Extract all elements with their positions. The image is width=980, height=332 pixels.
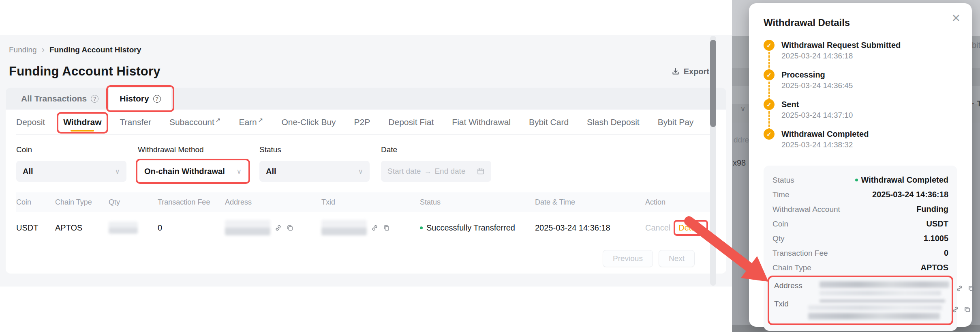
external-link-icon: ↗ <box>216 116 221 124</box>
link-icon[interactable] <box>371 224 379 232</box>
copy-icon[interactable] <box>286 224 294 232</box>
subtab-subaccount[interactable]: Subaccount ↗ <box>169 110 221 134</box>
timeline-step-label: Withdrawal Completed <box>781 129 957 139</box>
col-status: Status <box>420 198 535 207</box>
tab-history[interactable]: History ? <box>109 88 171 110</box>
subtab-bybit-pay[interactable]: Bybit Pay <box>658 110 694 134</box>
detail-row-time: Time 2025-03-24 14:36:18 <box>772 190 948 199</box>
history-panel: All Transactions ? History ? Deposit Wit… <box>6 88 726 274</box>
cell-address <box>225 220 321 235</box>
copy-icon[interactable] <box>383 224 390 232</box>
detail-row-transaction-fee: Transaction Fee 0 <box>772 248 948 258</box>
subtab-p2p[interactable]: P2P <box>354 110 370 134</box>
subtab-slash-deposit[interactable]: Slash Deposit <box>587 110 640 134</box>
date-range-picker[interactable]: Start date → End date <box>381 161 491 182</box>
status-text: Successfully Transferred <box>426 223 515 233</box>
detail-value: 2025-03-24 14:36:18 <box>872 190 948 199</box>
breadcrumb: Funding › Funding Account History <box>0 35 732 54</box>
timeline-step-completed: ✓ Withdrawal Completed 2025-03-24 14:38:… <box>764 129 957 158</box>
subtab-earn[interactable]: Earn ↗ <box>239 110 263 134</box>
cell-action: Cancel Details <box>633 222 716 234</box>
timeline-step-label: Withdrawal Request Submitted <box>781 40 957 50</box>
subtab-label: Transfer <box>120 117 151 127</box>
backdrop-fragment-right-top: bit u <box>972 41 980 50</box>
subtab-label: P2P <box>354 117 370 127</box>
detail-label: Coin <box>772 220 788 229</box>
breadcrumb-parent[interactable]: Funding <box>9 45 37 54</box>
withdrawal-timeline: ✓ Withdrawal Request Submitted 2025-03-2… <box>764 40 957 158</box>
subtab-fiat-withdrawal[interactable]: Fiat Withdrawal <box>452 110 511 134</box>
subtab-label: Bybit Card <box>529 117 569 127</box>
chevron-down-icon: ∨ <box>115 167 120 176</box>
withdrawal-method-filter-label: Withdrawal Method <box>138 145 248 154</box>
detail-row-status: Status Withdrawal Completed <box>772 175 948 185</box>
subtab-deposit-fiat[interactable]: Deposit Fiat <box>388 110 434 134</box>
subtab-label: Fiat Withdrawal <box>452 117 511 127</box>
timeline-step-time: 2025-03-24 14:36:45 <box>781 81 957 90</box>
status-select[interactable]: All ∨ <box>259 161 370 182</box>
subtab-label: Deposit <box>16 117 45 127</box>
check-circle-icon: ✓ <box>764 99 775 110</box>
cell-coin: USDT <box>16 223 55 233</box>
details-action[interactable]: Details <box>676 222 706 234</box>
subtab-withdraw[interactable]: Withdraw <box>63 110 101 134</box>
status-dot-icon <box>420 226 423 229</box>
address-redacted <box>816 281 949 295</box>
next-button[interactable]: Next <box>659 250 695 267</box>
coin-filter-label: Coin <box>16 145 126 154</box>
col-qty: Qty <box>109 198 158 207</box>
chevron-down-icon: ∨ <box>358 167 363 176</box>
cell-transaction-fee: 0 <box>158 223 225 233</box>
col-address: Address <box>225 198 321 207</box>
chevron-down-icon: ∨ <box>237 167 242 176</box>
cancel-action[interactable]: Cancel <box>645 223 670 233</box>
coin-select[interactable]: All ∨ <box>16 161 126 182</box>
subtab-deposit[interactable]: Deposit <box>16 110 45 134</box>
link-icon[interactable] <box>952 306 959 313</box>
scrollbar[interactable] <box>710 36 716 286</box>
withdrawal-method-value: On-chain Withdrawal <box>144 167 225 176</box>
table-header-row: Coin Chain Type Qty Transaction Fee Addr… <box>16 192 716 212</box>
main-tab-strip: All Transactions ? History ? <box>6 88 726 110</box>
status-dot-icon <box>855 179 858 181</box>
detail-row-withdrawal-account: Withdrawal Account Funding <box>772 205 948 214</box>
copy-icon[interactable] <box>963 306 971 313</box>
funding-history-page: Funding › Funding Account History Fundin… <box>0 35 732 287</box>
detail-label: Qty <box>772 234 785 243</box>
page-title: Funding Account History <box>9 64 160 79</box>
scrollbar-thumb[interactable] <box>710 40 716 127</box>
subtab-one-click-buy[interactable]: One-Click Buy <box>281 110 336 134</box>
previous-button[interactable]: Previous <box>603 250 653 267</box>
filter-bar: Coin All ∨ Withdrawal Method On-chain Wi… <box>16 145 716 182</box>
check-circle-icon: ✓ <box>764 40 775 51</box>
copy-icon[interactable] <box>967 285 975 292</box>
help-icon[interactable]: ? <box>91 95 98 103</box>
col-chain-type: Chain Type <box>55 198 109 207</box>
filter-status: Status All ∨ <box>259 145 370 182</box>
end-date-placeholder[interactable]: End date <box>434 167 465 176</box>
withdrawal-method-select[interactable]: On-chain Withdrawal ∨ <box>138 161 248 182</box>
detail-value: 0 <box>944 248 948 258</box>
detail-label: Withdrawal Account <box>772 205 840 214</box>
subtab-transfer[interactable]: Transfer <box>120 110 151 134</box>
timeline-step-time: 2025-03-24 14:36:18 <box>781 52 957 60</box>
subtab-label: Slash Deposit <box>587 117 640 127</box>
detail-value: Withdrawal Completed <box>861 175 948 185</box>
timeline-step-label: Sent <box>781 99 957 110</box>
timeline-step-label: Processing <box>781 69 957 80</box>
start-date-placeholder[interactable]: Start date <box>387 167 421 176</box>
help-icon[interactable]: ? <box>153 95 161 103</box>
subtab-label: Bybit Pay <box>658 117 694 127</box>
withdrawal-detail-panel: Status Withdrawal Completed Time 2025-03… <box>764 166 957 331</box>
subtab-bybit-card[interactable]: Bybit Card <box>529 110 569 134</box>
breadcrumb-current: Funding Account History <box>49 45 141 54</box>
link-icon[interactable] <box>274 224 282 232</box>
link-icon[interactable] <box>956 285 963 292</box>
detail-value: 1.1005 <box>924 234 948 243</box>
timeline-step-submitted: ✓ Withdrawal Request Submitted 2025-03-2… <box>764 40 957 69</box>
export-button[interactable]: Export <box>671 67 709 76</box>
tab-all-transactions[interactable]: All Transactions ? <box>11 88 109 110</box>
col-datetime: Date & Time <box>535 198 633 207</box>
timeline-step-time: 2025-03-24 14:37:10 <box>781 111 957 120</box>
close-icon[interactable]: ✕ <box>951 13 961 24</box>
